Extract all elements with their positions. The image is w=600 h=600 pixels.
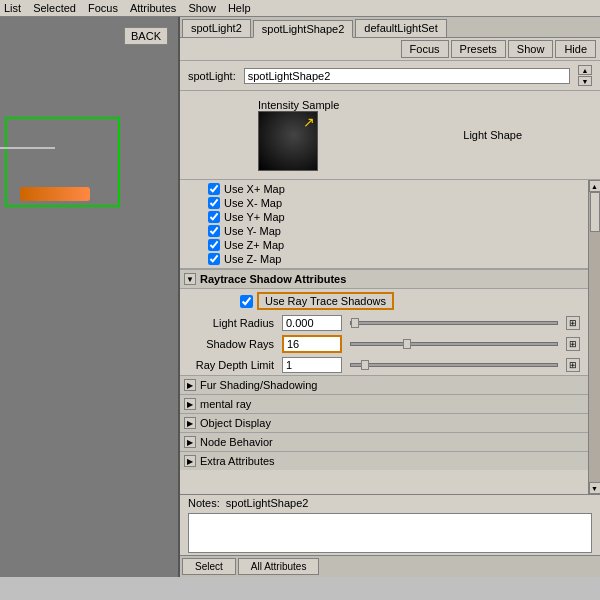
ray-depth-thumb[interactable] — [361, 360, 369, 370]
raytrace-title: Raytrace Shadow Attributes — [200, 273, 346, 285]
shadow-rays-input[interactable] — [282, 335, 342, 353]
fur-section: ▶ Fur Shading/Shadowing — [180, 375, 588, 394]
scroll-down-button[interactable]: ▼ — [589, 482, 601, 494]
mentalray-arrow-icon[interactable]: ▶ — [184, 398, 196, 410]
raytrace-header[interactable]: ▼ Raytrace Shadow Attributes — [180, 269, 588, 289]
attribute-editor: spotLight2 spotLightShape2 defaultLightS… — [180, 17, 600, 577]
fur-arrow-icon[interactable]: ▶ — [184, 379, 196, 391]
extraattr-header[interactable]: ▶ Extra Attributes — [180, 452, 588, 470]
focus-button[interactable]: Focus — [401, 40, 449, 58]
use-yplus-label: Use Y+ Map — [224, 211, 285, 223]
scroll-thumb[interactable] — [590, 192, 600, 232]
hide-button[interactable]: Hide — [555, 40, 596, 58]
use-zplus-label: Use Z+ Map — [224, 239, 284, 251]
menu-help[interactable]: Help — [228, 2, 251, 14]
notes-label: Notes: — [188, 497, 220, 509]
use-yminus-checkbox[interactable] — [208, 225, 220, 237]
shadow-rays-row: Shadow Rays ⊞ — [180, 333, 588, 355]
light-radius-label: Light Radius — [188, 317, 278, 329]
tab-spotlight2[interactable]: spotLight2 — [182, 19, 251, 37]
light-radius-expand[interactable]: ⊞ — [566, 316, 580, 330]
tab-spotlightshape2[interactable]: spotLightShape2 — [253, 20, 354, 38]
menu-selected[interactable]: Selected — [33, 2, 76, 14]
use-zminus-checkbox[interactable] — [208, 253, 220, 265]
scroll-track[interactable] — [589, 192, 600, 482]
use-xplus-checkbox[interactable] — [208, 183, 220, 195]
extraattr-arrow-icon[interactable]: ▶ — [184, 455, 196, 467]
objectdisplay-section: ▶ Object Display — [180, 413, 588, 432]
notes-value: spotLightShape2 — [226, 497, 309, 509]
raytrace-collapse-arrow[interactable]: ▼ — [184, 273, 196, 285]
light-radius-input[interactable] — [282, 315, 342, 331]
attr-scroll[interactable]: Use X+ Map Use X- Map Use Y+ Map Use Y- … — [180, 180, 588, 494]
raytrace-section: ▼ Raytrace Shadow Attributes Use Ray Tra… — [180, 269, 588, 375]
ray-depth-input[interactable] — [282, 357, 342, 373]
scroll-container: Use X+ Map Use X- Map Use Y+ Map Use Y- … — [180, 180, 600, 494]
menu-list[interactable]: List — [4, 2, 21, 14]
use-raytrace-checkbox[interactable] — [240, 295, 253, 308]
map-row-zplus: Use Z+ Map — [188, 238, 580, 252]
notes-textarea[interactable] — [188, 513, 592, 553]
arrow-down-btn[interactable]: ▼ — [578, 76, 592, 86]
objectdisplay-header[interactable]: ▶ Object Display — [180, 414, 588, 432]
mentalray-title: mental ray — [200, 398, 251, 410]
shadow-rays-thumb[interactable] — [403, 339, 411, 349]
use-xplus-label: Use X+ Map — [224, 183, 285, 195]
menu-bar: List Selected Focus Attributes Show Help — [0, 0, 600, 17]
mentalray-section: ▶ mental ray — [180, 394, 588, 413]
preview-row: Intensity Sample ↗ Light Shape — [180, 91, 600, 180]
light-radius-thumb[interactable] — [351, 318, 359, 328]
btab-allattributes[interactable]: All Attributes — [238, 558, 320, 575]
menu-attributes[interactable]: Attributes — [130, 2, 176, 14]
nodebehavior-header[interactable]: ▶ Node Behavior — [180, 433, 588, 451]
spotlight-label: spotLight: — [188, 70, 236, 82]
light-shape-group: Light Shape — [463, 129, 522, 141]
nodebehavior-section: ▶ Node Behavior — [180, 432, 588, 451]
viewport-panel: BACK — [0, 17, 180, 577]
map-row-xminus: Use X- Map — [188, 196, 580, 210]
light-radius-row: Light Radius ⊞ — [180, 313, 588, 333]
arrow-up-btn[interactable]: ▲ — [578, 65, 592, 75]
use-raytrace-row: Use Ray Trace Shadows — [180, 289, 588, 313]
spotlight-name-input[interactable] — [244, 68, 570, 84]
show-button[interactable]: Show — [508, 40, 554, 58]
btab-select[interactable]: Select — [182, 558, 236, 575]
ray-depth-slider[interactable] — [350, 363, 558, 367]
map-row-yminus: Use Y- Map — [188, 224, 580, 238]
fur-header[interactable]: ▶ Fur Shading/Shadowing — [180, 376, 588, 394]
tab-defaultlightset[interactable]: defaultLightSet — [355, 19, 446, 37]
extraattr-section: ▶ Extra Attributes — [180, 451, 588, 470]
use-xminus-checkbox[interactable] — [208, 197, 220, 209]
ray-depth-label: Ray Depth Limit — [188, 359, 278, 371]
map-row-yplus: Use Y+ Map — [188, 210, 580, 224]
nodebehavior-arrow-icon[interactable]: ▶ — [184, 436, 196, 448]
shadow-rays-slider[interactable] — [350, 342, 558, 346]
presets-button[interactable]: Presets — [451, 40, 506, 58]
light-shape-label: Light Shape — [463, 129, 522, 141]
use-zplus-checkbox[interactable] — [208, 239, 220, 251]
use-yminus-label: Use Y- Map — [224, 225, 281, 237]
extraattr-title: Extra Attributes — [200, 455, 275, 467]
use-zminus-label: Use Z- Map — [224, 253, 281, 265]
tab-bar: spotLight2 spotLightShape2 defaultLightS… — [180, 17, 600, 38]
notes-bar: Notes: spotLightShape2 — [180, 494, 600, 511]
top-buttons: Focus Presets Show Hide — [180, 38, 600, 61]
use-raytrace-label: Use Ray Trace Shadows — [257, 292, 394, 310]
menu-focus[interactable]: Focus — [88, 2, 118, 14]
viewport-content — [0, 57, 178, 577]
ray-depth-expand[interactable]: ⊞ — [566, 358, 580, 372]
shadow-rays-label: Shadow Rays — [188, 338, 278, 350]
intensity-group: Intensity Sample ↗ — [258, 99, 339, 171]
use-yplus-checkbox[interactable] — [208, 211, 220, 223]
objectdisplay-arrow-icon[interactable]: ▶ — [184, 417, 196, 429]
back-button[interactable]: BACK — [124, 27, 168, 45]
objectdisplay-title: Object Display — [200, 417, 271, 429]
scrollbar: ▲ ▼ — [588, 180, 600, 494]
scroll-up-button[interactable]: ▲ — [589, 180, 601, 192]
shadow-rays-expand[interactable]: ⊞ — [566, 337, 580, 351]
mentalray-header[interactable]: ▶ mental ray — [180, 395, 588, 413]
intensity-label: Intensity Sample — [258, 99, 339, 111]
ray-depth-row: Ray Depth Limit ⊞ — [180, 355, 588, 375]
light-radius-slider[interactable] — [350, 321, 558, 325]
menu-show[interactable]: Show — [188, 2, 216, 14]
